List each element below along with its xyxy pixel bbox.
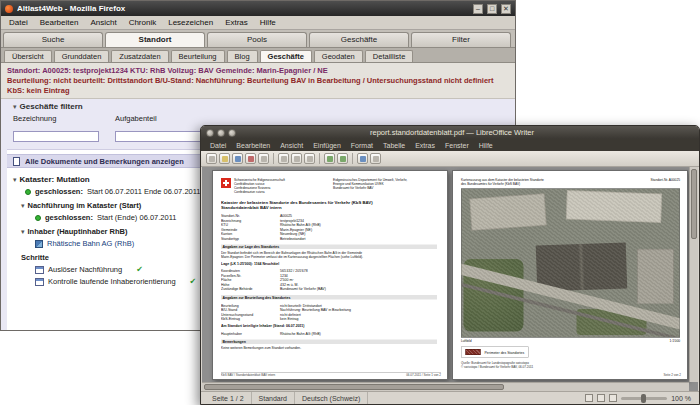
tab-pools[interactable]: Pools <box>207 32 307 47</box>
map-legend: Perimeter des Standortes <box>461 347 529 358</box>
subtab-blog[interactable]: Blog <box>227 50 258 62</box>
subtab-detailliste[interactable]: Detailliste <box>365 50 414 62</box>
tab-geschaefte[interactable]: Geschäfte <box>309 32 409 47</box>
open-icon[interactable] <box>219 153 230 164</box>
menu-fenster[interactable]: Fenster <box>440 142 474 149</box>
section-header: Angaben zur Lage des Standortes <box>221 244 437 249</box>
minimize-icon[interactable] <box>217 129 225 137</box>
field-row: StandorttypBetriebsstandort <box>221 236 441 241</box>
lage-line: Lage (LK 1:25'000): 1164 Neuchâtel <box>221 261 441 265</box>
menu-tabelle[interactable]: Tabelle <box>378 142 410 149</box>
footer-right: 06.07.2011 / Seite 1 von 2 <box>406 374 441 377</box>
check-icon: ✔ <box>190 277 197 286</box>
field-value: Betriebsstandort <box>280 236 305 241</box>
vertical-scrollbar[interactable] <box>689 167 698 382</box>
tab-standort[interactable]: Standort <box>105 32 205 47</box>
close-icon[interactable] <box>206 129 214 137</box>
book-view-icon[interactable] <box>609 394 617 402</box>
statusbar-right: 100 % <box>585 394 695 402</box>
subtab-geschaefte[interactable]: Geschäfte <box>260 50 312 62</box>
menu-hilfe[interactable]: Hilfe <box>474 142 498 149</box>
field-value: kein Eintrag <box>280 317 298 322</box>
page-footer: Seite 2 von 2 <box>663 374 681 377</box>
menu-bearbeiten[interactable]: Bearbeiten <box>231 142 275 149</box>
copy-icon[interactable] <box>291 153 302 164</box>
undo-icon[interactable] <box>324 153 335 164</box>
department-block: Eidgenössisches Departement für Umwelt, … <box>333 178 407 189</box>
statusbar-page[interactable]: Seite 1 / 2 <box>205 392 252 404</box>
single-page-view-icon[interactable] <box>585 394 593 402</box>
menu-extras[interactable]: Extras <box>219 17 254 28</box>
viewer-statusbar: Seite 1 / 2 Standard Deutsch (Schweiz) 1… <box>201 391 699 404</box>
subtab-zusatzdaten[interactable]: Zusatzdaten <box>111 50 168 62</box>
field-group-a: Standort-Nr.A00025 Bezeichnungtestprojek… <box>221 213 441 241</box>
remark-line: Keine weiteren Bemerkungen zum Standort … <box>221 345 441 349</box>
zoom-slider-thumb[interactable] <box>641 394 646 403</box>
caption-scale: 1:1'000 <box>669 339 680 343</box>
maximize-icon[interactable]: □ <box>487 4 497 14</box>
subtab-beurteilung[interactable]: Beurteilung <box>171 50 225 62</box>
menu-datei[interactable]: Datei <box>205 142 231 149</box>
field-row: Zuständige BehördeBundesamt für Verkehr … <box>221 287 441 292</box>
minimize-icon[interactable]: – <box>473 4 483 14</box>
redo-icon[interactable] <box>337 153 348 164</box>
filter-panel-header[interactable]: ▾Geschäfte filtern <box>13 102 509 111</box>
save-icon[interactable] <box>232 153 243 164</box>
cut-icon[interactable] <box>278 153 289 164</box>
step-link[interactable]: Kontrolle laufende Inhaberorientierung <box>48 277 176 286</box>
firefox-titlebar[interactable]: Altlast4Web - Mozilla Firefox – □ ✕ <box>1 1 515 16</box>
paste-icon[interactable] <box>304 153 315 164</box>
menu-ansicht[interactable]: Ansicht <box>84 17 122 28</box>
company-link[interactable]: Rhätische Bahn AG (RhB) <box>47 239 134 248</box>
menu-chronik[interactable]: Chronik <box>123 17 163 28</box>
menu-einfuegen[interactable]: Einfügen <box>308 142 346 149</box>
step-link[interactable]: Auslöser Nachführung <box>48 265 122 274</box>
field-label: Zuständige Behörde <box>221 287 280 292</box>
map-header-line: des Bundesamtes für Verkehr (KbS BAV) <box>461 182 544 186</box>
building <box>469 194 546 231</box>
document-title: Kataster der belasteten Standorte des Bu… <box>221 200 437 210</box>
scrollbar-thumb[interactable] <box>204 384 504 390</box>
viewer-window-title: report.standortdatenblatt.pdf — LibreOff… <box>239 128 665 137</box>
statusbar-language[interactable]: Deutsch (Schweiz) <box>295 392 368 404</box>
close-icon[interactable]: ✕ <box>501 4 511 14</box>
viewer-titlebar[interactable]: report.standortdatenblatt.pdf — LibreOff… <box>201 126 699 139</box>
menu-format[interactable]: Format <box>346 142 378 149</box>
building <box>638 249 674 304</box>
new-document-icon[interactable] <box>206 153 217 164</box>
kataster-header-label: Kataster: Mutation <box>20 175 90 184</box>
menu-extras[interactable]: Extras <box>410 142 440 149</box>
scrollbar-thumb[interactable] <box>691 169 697 239</box>
menu-datei[interactable]: Datei <box>3 17 34 28</box>
zoom-icon[interactable] <box>370 153 381 164</box>
dept-line: Bundesamt für Verkehr BAV <box>333 186 407 190</box>
menu-lesezeichen[interactable]: Lesezeichen <box>162 17 219 28</box>
map-page-header: Kartenauszug aus dem Kataster der belast… <box>461 178 680 186</box>
aufgabenteil-input[interactable] <box>115 131 201 142</box>
subtab-grunddaten[interactable]: Grunddaten <box>54 50 110 62</box>
subtab-uebersicht[interactable]: Übersicht <box>4 50 52 62</box>
tab-suche[interactable]: Suche <box>3 32 103 47</box>
field-group-c: Beurteilungnicht beurteilt: Drittstandor… <box>221 303 441 321</box>
bezeichnung-input[interactable] <box>13 131 99 142</box>
documents-link[interactable]: Alle Dokumente und Bemerkungen anzeigen <box>25 157 184 166</box>
multi-page-view-icon[interactable] <box>597 394 605 402</box>
menu-hilfe[interactable]: Hilfe <box>254 17 282 28</box>
print-icon[interactable] <box>258 153 269 164</box>
subtab-geodaten[interactable]: Geodaten <box>314 50 363 62</box>
maximize-icon[interactable] <box>228 129 236 137</box>
document-page-1: Schweizerische Eidgenossenschaft Confédé… <box>212 170 448 380</box>
document-page-2: Kartenauszug aus dem Kataster der belast… <box>452 170 688 380</box>
table-icon[interactable] <box>357 153 368 164</box>
sub-tab-bar: Übersicht Grunddaten Zusatzdaten Beurtei… <box>1 48 515 63</box>
menu-bearbeiten[interactable]: Bearbeiten <box>34 17 85 28</box>
menu-ansicht[interactable]: Ansicht <box>275 142 308 149</box>
zoom-level[interactable]: 100 % <box>671 395 691 402</box>
statusbar-style[interactable]: Standard <box>252 392 295 404</box>
zoom-slider[interactable] <box>621 397 667 400</box>
map-header-right: Standort-Nr. A00025 <box>651 178 680 186</box>
field-value: Bundesamt für Verkehr (BAV) <box>280 287 326 292</box>
tab-filter[interactable]: Filter <box>411 32 511 47</box>
export-pdf-icon[interactable] <box>245 153 256 164</box>
horizontal-scrollbar[interactable] <box>202 382 689 391</box>
